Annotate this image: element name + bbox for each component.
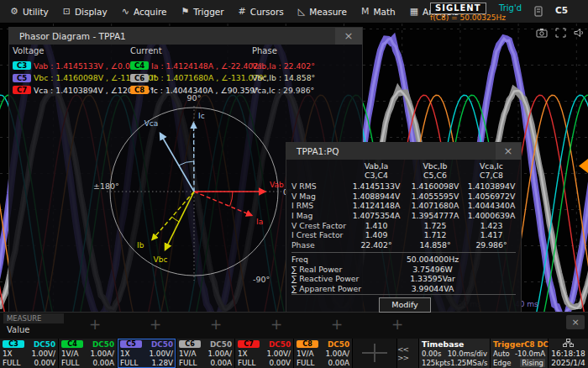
offset-label: 1.28V	[151, 359, 173, 367]
channel-badge-c6: C6	[130, 74, 149, 82]
pq-table-window: TPPA1:PQ × Vab,Ia Vbc,Ib Vca,Ic C3,C4 C5…	[286, 142, 522, 313]
menu-label: Math	[373, 7, 395, 17]
siglent-logo: SIGLENT	[430, 3, 486, 14]
add-measurement-slot[interactable]: +	[331, 316, 343, 333]
sound-icon[interactable]	[574, 28, 584, 38]
channel-box-c8[interactable]: C8DC50 1V/A1.00A/ FULL0.00A	[294, 339, 352, 368]
channel-badge-c3: C3	[3, 340, 24, 348]
pq-window-titlebar[interactable]: TPPA1:PQ ×	[286, 143, 521, 160]
channel-box-c7[interactable]: C7DC50 1X1.00V/ FULL0.00V	[235, 339, 293, 368]
current-value: Ia : 1.4124148A , ∠-22.402°	[151, 61, 262, 71]
fullscreen-icon[interactable]	[555, 28, 566, 38]
pq-cell: 1.4055595V	[406, 192, 465, 201]
plus-icon	[374, 344, 375, 362]
menu-item-math[interactable]: MMath	[361, 7, 396, 17]
timebase-nav-arrows[interactable]: << >>	[397, 339, 418, 368]
pq-cell: 1.417	[465, 230, 518, 239]
add-channel-box[interactable]	[353, 339, 396, 368]
timebase-panel[interactable]: Timebase 0.00s10.0ms/div 125kpts1.25MSa/…	[419, 339, 490, 368]
menu-item-acquire[interactable]: ∿Acquire	[122, 7, 167, 17]
pq-cell: 1.725	[406, 221, 465, 230]
pq-header-row: C3,C4 C5,C6 C7,C8	[286, 171, 521, 181]
pq-cell: 1.409	[347, 230, 406, 239]
pq-row-label: V Crest Factor	[286, 221, 347, 230]
trigger-slope: Rising	[520, 359, 545, 367]
menu-label: Measure	[309, 7, 347, 17]
active-channel-indicator[interactable]: C5	[555, 5, 568, 15]
scale-label: 1.00V/	[266, 350, 291, 358]
measure-strip-title: MEASURE	[3, 313, 64, 323]
close-icon[interactable]: ×	[496, 143, 521, 160]
channel-box-c5[interactable]: C5DC50 1X1.00V/ FULL1.28V	[118, 339, 176, 368]
coupling-label: DC50	[151, 340, 173, 349]
offset-label: 0.00A	[328, 359, 349, 367]
trigger-panel[interactable]: TriggerC8 DC Auto-10.0mA EdgeRising	[491, 339, 548, 368]
menu-item-trigger[interactable]: ⚑Trigger	[181, 7, 223, 17]
vector-label-ic: Ic	[198, 112, 205, 120]
pq-cell: 1.4000639A	[465, 211, 518, 220]
current-row: C4Ia : 1.4124148A , ∠-22.402°	[130, 60, 267, 72]
add-measurement-slot[interactable]: +	[89, 316, 101, 333]
channel-box-c4[interactable]: C4DC50 1V/A1.00A/ FULL0.00A	[59, 339, 117, 368]
timebase-title: Timebase	[422, 339, 464, 349]
phase-value: Vbc,Ib : 14.858°	[252, 73, 315, 82]
current-row: C6Ib : 1.4071680A , ∠-131.079°	[130, 72, 267, 85]
offset-label: 0.00A	[92, 359, 114, 367]
pq-row-vcrest: V Crest Factor1.4101.7251.423	[286, 220, 521, 230]
pq-table: Vab,Ia Vbc,Ib Vca,Ic C3,C4 C5,C6 C7,C8 V…	[286, 160, 521, 312]
menu-item-display[interactable]: ⊡Display	[63, 7, 108, 17]
menu-item-measure[interactable]: ◺Measure	[298, 7, 347, 17]
pq-row-label: V Mag	[286, 192, 347, 201]
scale-label: 1.00V/	[149, 350, 173, 358]
frequency-readout: f(C8) = 50.00325Hz	[430, 13, 506, 22]
modify-button[interactable]: Modify	[379, 297, 431, 313]
coupling-label: DC50	[328, 340, 349, 349]
menu-item-utility[interactable]: ⚙Utility	[10, 7, 49, 17]
channel-box-c3[interactable]: C3DC50 1X1.00V/ FULL0.00V	[0, 339, 58, 368]
pq-pair-name: Vab,Ia	[347, 161, 406, 171]
close-icon[interactable]: ×	[335, 28, 362, 45]
pq-cell: 1.4044340A	[465, 201, 518, 210]
pq-cell: 1.4124148A	[347, 201, 406, 210]
pq-cell: 1.4071680A	[406, 201, 465, 210]
channel-badge-c3: C3	[13, 61, 31, 70]
cursors-icon: #	[239, 7, 246, 16]
pq-row-label: I Mag	[286, 211, 347, 220]
bandwidth-label: FULL	[179, 359, 197, 367]
pq-cell: 1.4145133V	[347, 181, 406, 191]
timebase-sample-rate: 1.25MSa/s	[450, 359, 487, 367]
add-measurement-slot[interactable]: +	[150, 316, 161, 333]
menu-item-cursors[interactable]: #Cursors	[239, 7, 284, 17]
pq-row-icrest: I Crest Factor1.4091.7121.417	[286, 230, 521, 240]
pq-cell: 1.4056972V	[465, 192, 518, 201]
menu-label: Utility	[23, 7, 49, 17]
phasor-window-titlebar[interactable]: Phasor Diagram - TPPA1 ×	[9, 28, 362, 45]
pq-row-irms: I RMS1.4124148A1.4071680A1.4044340A	[286, 201, 521, 211]
display-icon: ⊡	[63, 7, 71, 16]
coupling-label: DC50	[34, 340, 55, 349]
pq-row-phase: Phase22.402°14.858°29.986°	[286, 240, 521, 250]
probe-label: 1V/A	[179, 350, 197, 358]
add-measurement-slot[interactable]: +	[391, 316, 403, 333]
pq-cell: 1.712	[406, 230, 465, 239]
voltage-value: Vab : 1.4145133V , ∠0.000°	[34, 61, 144, 71]
camera-icon[interactable]	[536, 28, 548, 38]
clock-panel: 16:18:18 2025/1/4	[549, 339, 588, 368]
trigger-level: -10.0mA	[515, 350, 545, 358]
analysis-icon: ▦	[410, 7, 418, 16]
scale-label: 1.00V/	[31, 350, 55, 358]
pq-cell: 1.410	[347, 221, 406, 230]
trigger-source: C8 DC	[524, 340, 548, 349]
close-icon[interactable]: ×	[566, 315, 585, 329]
current-header: Current	[130, 46, 267, 55]
pq-cell: 22.402°	[347, 240, 406, 250]
channel-badge-c4: C4	[130, 61, 149, 70]
pq-pair-name: Vca,Ic	[465, 161, 518, 171]
grid-toolbar	[536, 28, 584, 38]
add-measurement-slot[interactable]: +	[210, 316, 222, 333]
coupling-label: DC50	[210, 340, 232, 349]
window-title: Phasor Diagram - TPPA1	[9, 31, 126, 41]
bandwidth-label: FULL	[238, 359, 255, 367]
channel-box-c6[interactable]: C6DC50 1V/A1.00A/ FULL0.00A	[176, 339, 234, 368]
add-measurement-slot[interactable]: +	[270, 316, 282, 333]
